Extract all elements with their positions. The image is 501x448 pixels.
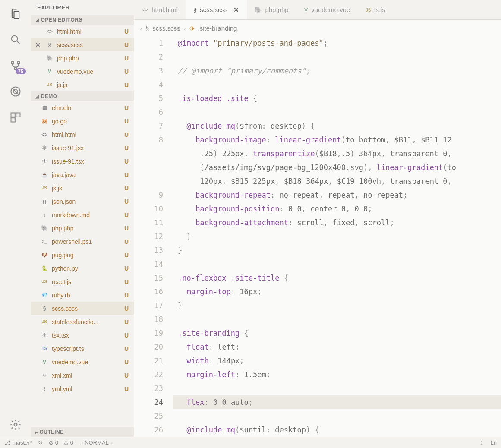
file-icon — [41, 158, 48, 165]
file-item[interactable]: issue-91.tsxU — [31, 155, 134, 168]
code-line[interactable] — [173, 257, 501, 271]
git-status: U — [124, 252, 129, 259]
code-line[interactable]: } — [173, 243, 501, 257]
open-editor-item[interactable]: php.phpU — [31, 51, 134, 65]
file-name: php.php — [57, 55, 122, 62]
editor-tab[interactable]: html.html — [134, 0, 186, 19]
code-line[interactable]: .no-flexbox .site-title { — [173, 271, 501, 285]
file-item[interactable]: xml.xmlU — [31, 369, 134, 382]
file-item[interactable]: php.phpU — [31, 221, 134, 235]
code-line[interactable] — [173, 409, 501, 423]
file-item[interactable]: scss.scssU — [31, 302, 134, 315]
status-bar: ⎇ master* ↻ ⊘0 ⚠0 -- NORMAL -- ☺ Ln — [0, 437, 501, 448]
code-line[interactable]: 120px, $B15 225px, $B18 364px, $C19 100v… — [173, 174, 501, 188]
editor-tab[interactable]: php.php — [247, 0, 296, 19]
svg-rect-7 — [16, 113, 20, 117]
close-icon[interactable]: ✕ — [233, 6, 239, 14]
section-demo[interactable]: ◢ DEMO — [31, 91, 134, 101]
code-line[interactable]: margin-left: 1.5em; — [173, 368, 501, 382]
debug-icon[interactable] — [9, 85, 22, 98]
open-editor-item[interactable]: ✕scss.scssU — [31, 38, 134, 51]
code-line[interactable]: @include mq($until: desktop) { — [173, 423, 501, 437]
git-branch[interactable]: ⎇ master* — [4, 439, 32, 446]
section-open-editors[interactable]: ◢ OPEN EDITORS — [31, 15, 134, 25]
code-editor[interactable]: 1234567891011121314151617181920212223242… — [134, 36, 501, 437]
git-status: U — [124, 372, 129, 379]
file-item[interactable]: tsx.tsxU — [31, 328, 134, 342]
file-item[interactable]: issue-91.jsxU — [31, 141, 134, 155]
code-content[interactable]: @import "primary/posts-and-pages";// @im… — [173, 36, 501, 437]
code-line[interactable]: background-attachment: scroll, fixed, sc… — [173, 216, 501, 230]
file-item[interactable]: powershell.ps1U — [31, 235, 134, 248]
svg-rect-8 — [11, 118, 15, 122]
file-item[interactable]: ruby.rbU — [31, 288, 134, 302]
code-line[interactable]: flex: 0 0 auto; — [173, 395, 501, 409]
line-number: 8 — [134, 133, 163, 147]
git-status: U — [124, 225, 129, 232]
line-number: 14 — [134, 257, 163, 271]
file-item[interactable]: markdown.mdU — [31, 208, 134, 221]
code-line[interactable]: margin-top: 16px; — [173, 285, 501, 299]
code-line[interactable]: width: 144px; — [173, 354, 501, 368]
file-item[interactable]: html.htmlU — [31, 128, 134, 141]
file-name: ruby.rb — [52, 292, 122, 299]
editor-tab[interactable]: js.js — [358, 0, 393, 19]
file-item[interactable]: yml.ymlU — [31, 382, 134, 395]
code-line[interactable]: } — [173, 299, 501, 312]
code-line[interactable]: } — [173, 230, 501, 243]
breadcrumb[interactable]: › scss.scss › ⬗ .site-branding — [134, 20, 501, 36]
breadcrumb-symbol[interactable]: .site-branding — [198, 25, 237, 32]
code-line[interactable] — [173, 382, 501, 395]
open-editor-item[interactable]: js.jsU — [31, 78, 134, 91]
code-line[interactable] — [173, 312, 501, 326]
file-item[interactable]: pug.pugU — [31, 248, 134, 262]
file-item[interactable]: vuedemo.vueU — [31, 355, 134, 369]
explorer-icon[interactable] — [9, 7, 22, 21]
code-line[interactable]: background-repeat: no-repeat, repeat, no… — [173, 188, 501, 202]
feedback-icon[interactable]: ☺ — [479, 439, 484, 446]
open-editor-item[interactable]: html.htmlU — [31, 25, 134, 38]
open-editor-item[interactable]: vuedemo.vueU — [31, 65, 134, 78]
file-item[interactable]: go.goU — [31, 114, 134, 128]
section-outline[interactable]: ▸ OUTLINE — [31, 427, 134, 437]
code-line[interactable]: .site-branding { — [173, 326, 501, 340]
chevron-down-icon: ◢ — [35, 18, 39, 22]
file-name: xml.xml — [52, 372, 122, 379]
file-item[interactable]: java.javaU — [31, 168, 134, 181]
code-line[interactable]: float: left; — [173, 340, 501, 354]
file-item[interactable]: json.jsonU — [31, 195, 134, 208]
code-line[interactable] — [173, 50, 501, 64]
problems[interactable]: ⊘0 ⚠0 — [49, 439, 73, 446]
file-item[interactable]: statelessfunctio...U — [31, 315, 134, 328]
git-status: U — [124, 198, 129, 205]
file-item[interactable]: elm.elmU — [31, 101, 134, 114]
search-icon[interactable] — [9, 33, 22, 47]
git-status: U — [124, 131, 129, 138]
editor-tab[interactable]: scss.scss✕ — [186, 0, 247, 19]
code-line[interactable]: background-image: linear-gradient(to bot… — [173, 133, 501, 147]
code-line[interactable] — [173, 105, 501, 119]
code-line[interactable]: (/assets/img/svg/page-bg_1200x400.svg), … — [173, 161, 501, 174]
code-line[interactable]: .25) 225px, transparentize($B18,.5) 364p… — [173, 147, 501, 161]
code-line[interactable]: background-position: 0 0, center 0, 0 0; — [173, 202, 501, 216]
source-control-icon[interactable]: 75 — [9, 59, 22, 73]
file-item[interactable]: js.jsU — [31, 181, 134, 195]
file-item[interactable]: typescript.tsU — [31, 342, 134, 355]
file-item[interactable]: python.pyU — [31, 262, 134, 275]
close-icon[interactable]: ✕ — [35, 41, 41, 48]
code-line[interactable]: // @import "primary/comments"; — [173, 64, 501, 78]
cursor-position[interactable]: Ln — [491, 439, 497, 446]
settings-gear-icon[interactable] — [9, 418, 22, 432]
code-line[interactable] — [173, 78, 501, 91]
breadcrumb-file[interactable]: scss.scss — [152, 25, 180, 32]
line-number-gutter: 1234567891011121314151617181920212223242… — [134, 36, 173, 437]
code-line[interactable]: @import "primary/posts-and-pages"; — [173, 36, 501, 50]
editor-tab[interactable]: vuedemo.vue — [296, 0, 358, 19]
file-name: markdown.md — [52, 211, 122, 218]
code-line[interactable]: @include mq($from: desktop) { — [173, 119, 501, 133]
extensions-icon[interactable] — [9, 110, 22, 124]
sync-icon[interactable]: ↻ — [38, 439, 43, 446]
file-item[interactable]: react.jsU — [31, 275, 134, 288]
scss-icon — [145, 25, 149, 32]
code-line[interactable]: .is-loaded .site { — [173, 91, 501, 105]
